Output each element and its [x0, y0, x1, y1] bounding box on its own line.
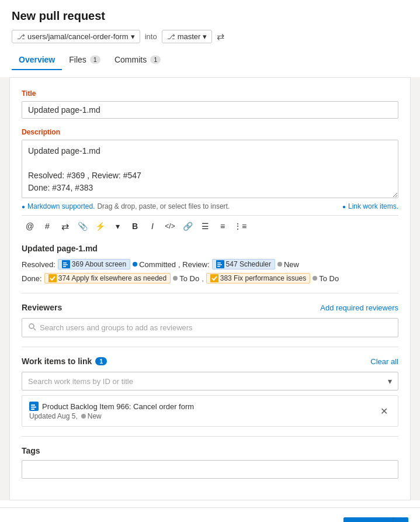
create-dropdown-button[interactable]: ▾ [393, 517, 408, 522]
create-button[interactable]: Create [343, 517, 393, 522]
target-branch-name: master [178, 32, 201, 41]
toolbar-more-btn[interactable]: ▾ [109, 218, 126, 234]
toolbar-olist-btn[interactable]: ≡ [214, 218, 231, 234]
clear-all-link[interactable]: Clear all [370, 357, 398, 366]
target-branch-selector[interactable]: ⎇ master ▾ [162, 30, 213, 43]
work-item-chip-369[interactable]: 369 About screen [58, 259, 130, 269]
status-todo-374: To Do [173, 274, 199, 283]
todo-label-374: To Do [179, 274, 199, 283]
svg-rect-7 [217, 266, 220, 267]
source-branch-selector[interactable]: ⎇ users/jamal/cancel-order-form ▾ [12, 30, 140, 43]
svg-rect-2 [63, 264, 68, 265]
svg-line-11 [34, 329, 36, 331]
svg-rect-13 [31, 405, 35, 406]
swap-branches-icon[interactable]: ⇄ [217, 31, 224, 42]
into-label: into [145, 32, 157, 41]
reviewers-header: Reviewers Add required reviewers [22, 303, 398, 312]
todo-label-383: To Do [319, 274, 339, 283]
comma-separator: , [202, 274, 204, 283]
tags-title: Tags [22, 446, 398, 455]
work-items-badge: 1 [95, 357, 107, 365]
toolbar-bold-btn[interactable]: B [127, 218, 143, 234]
work-item-result-title: Product Backlog Item 966: Cancel order f… [42, 402, 194, 411]
tab-commits[interactable]: Commits 1 [107, 50, 168, 70]
toolbar-attach-btn[interactable]: 📎 [74, 218, 91, 234]
toolbar-hashtag-btn[interactable]: # [39, 218, 55, 234]
description-input[interactable]: Updated page-1.md Resolved: #369 , Revie… [22, 140, 398, 198]
chip-383-text: 383 Fix performance issues [220, 274, 306, 282]
title-input[interactable] [22, 101, 398, 119]
chip-547-text: 547 Scheduler [226, 260, 271, 268]
target-chevron-icon: ▾ [203, 32, 207, 41]
tab-overview[interactable]: Overview [12, 50, 62, 70]
tab-files[interactable]: Files 1 [62, 50, 107, 70]
toolbar-url-btn[interactable]: 🔗 [179, 218, 196, 234]
description-field-group: Description Updated page-1.md Resolved: … [22, 128, 398, 284]
status-new-547: New [277, 260, 299, 269]
work-item-info: Product Backlog Item 966: Cancel order f… [29, 402, 194, 420]
reviewers-search-box[interactable]: Search users and groups to add as review… [22, 318, 398, 337]
branch-icon: ⎇ [17, 33, 25, 41]
reviewers-section: Reviewers Add required reviewers Search … [22, 303, 398, 337]
dot-new-547 [277, 262, 282, 267]
page-title: New pull request [12, 9, 408, 23]
toolbar-list-btn[interactable]: ☰ [197, 218, 213, 234]
tabs-bar: Overview Files 1 Commits 1 [12, 50, 408, 70]
tab-commits-label: Commits [114, 55, 147, 64]
new-label-547: New [284, 260, 299, 269]
toolbar-code-btn[interactable]: </> [162, 218, 178, 234]
pbi-icon-result [29, 402, 39, 411]
source-chevron-icon: ▾ [131, 32, 135, 41]
committed-label: Committed [139, 260, 176, 269]
tab-files-label: Files [69, 55, 86, 64]
resolved-label: Resolved: [22, 260, 55, 269]
toolbar-link-btn[interactable]: ⇄ [57, 218, 73, 234]
svg-point-10 [29, 324, 34, 329]
work-item-updated: Updated Aug 5, [29, 412, 78, 420]
markdown-link[interactable]: Markdown supported. [27, 202, 95, 210]
done-line: Done: 374 Apply fix elsewhere as needed … [22, 273, 398, 284]
work-item-chip-547[interactable]: 547 Scheduler [212, 259, 275, 269]
work-item-chip-383[interactable]: 383 Fix performance issues [206, 273, 310, 284]
toolbar-emoji-btn[interactable]: ⚡ [92, 218, 108, 234]
work-item-title-row: Product Backlog Item 966: Cancel order f… [29, 402, 194, 411]
dot-committed [133, 262, 137, 267]
svg-rect-1 [63, 262, 67, 264]
svg-rect-9 [210, 274, 218, 282]
svg-rect-14 [31, 407, 36, 408]
work-item-chip-374[interactable]: 374 Apply fix elsewhere as needed [44, 273, 171, 284]
work-items-search-box[interactable]: Search work items by ID or title ▾ [22, 372, 398, 390]
toolbar-mention-btn[interactable]: @ [22, 218, 38, 234]
work-item-status: New [81, 412, 102, 420]
status-todo-383: To Do [313, 274, 339, 283]
svg-rect-6 [217, 264, 222, 265]
svg-rect-15 [31, 409, 34, 410]
formatting-toolbar: @ # ⇄ 📎 ⚡ ▾ B I </> 🔗 ☰ ≡ ⋮≡ [22, 215, 398, 237]
target-branch-icon: ⎇ [167, 33, 175, 41]
search-icon [28, 323, 36, 333]
add-required-reviewers-link[interactable]: Add required reviewers [320, 303, 398, 312]
dot-todo-374 [173, 276, 178, 281]
divider-2 [22, 347, 398, 347]
wi-search-placeholder: Search work items by ID or title [28, 377, 133, 386]
reviewers-search-placeholder: Search users and groups to add as review… [40, 323, 193, 332]
work-items-title: Work items to link 1 [22, 357, 107, 366]
source-branch-name: users/jamal/cancel-order-form [27, 32, 129, 41]
tags-input[interactable] [22, 460, 398, 479]
resolved-line: Resolved: 369 About screen Committed , R… [22, 259, 398, 269]
title-label: Title [22, 89, 398, 98]
remove-work-item-btn[interactable]: ✕ [377, 404, 391, 418]
task-icon-374 [48, 274, 57, 282]
reviewers-title: Reviewers [22, 303, 62, 312]
toolbar-italic-btn[interactable]: I [144, 218, 161, 234]
circle-icon-right: ● [342, 203, 346, 210]
work-items-header: Work items to link 1 Clear all [22, 357, 398, 366]
branch-bar: ⎇ users/jamal/cancel-order-form ▾ into ⎇… [12, 30, 408, 43]
link-work-items-btn[interactable]: Link work items. [348, 202, 398, 210]
toolbar-indent-btn[interactable]: ⋮≡ [232, 218, 248, 234]
chip-374-text: 374 Apply fix elsewhere as needed [58, 274, 166, 282]
review-label: , Review: [178, 260, 209, 269]
work-item-result: Product Backlog Item 966: Cancel order f… [22, 395, 398, 427]
work-item-meta: Updated Aug 5, New [29, 412, 194, 420]
title-field-group: Title [22, 89, 398, 119]
